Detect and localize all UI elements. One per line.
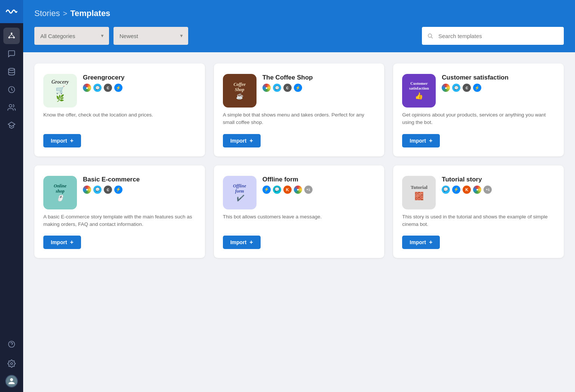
svg-point-1 (8, 37, 10, 38)
channel-icon-c: c (104, 84, 112, 92)
card-desc-coffeeshop: A simple bot that shows menu and takes o… (223, 111, 376, 127)
plus-icon: + (429, 137, 432, 144)
channel-icon-chat: 💬 (273, 84, 281, 92)
import-button-basicecommerce[interactable]: Import + (43, 236, 81, 249)
channel-icon-c: c (463, 84, 471, 92)
channel-icon-plus: +1 (304, 186, 313, 194)
thumbnail-greengrocery: Grocery 🛒 🌿 (43, 74, 77, 108)
import-label: Import (230, 239, 247, 245)
thumbnail-customersatisfaction: Customer satisfaction 👍 (402, 74, 436, 108)
svg-point-8 (9, 105, 12, 107)
import-button-offlineform[interactable]: Import + (223, 236, 261, 249)
card-title-coffeeshop: The Coffee Shop (262, 74, 376, 81)
template-card-tutorialstory: Tutorial 🧱 Tutorial story 💬 ⚡ K ● +1 (393, 165, 564, 258)
card-desc-tutorialstory: This story is used in the tutorial and s… (402, 213, 555, 228)
search-icon (427, 33, 433, 39)
svg-point-12 (10, 363, 13, 365)
template-card-offlineform: Offline form ✔️ Offline form ⚡ 💬 K ● +1 (214, 165, 385, 258)
template-card-greengrocery: Grocery 🛒 🌿 Greengrocery ● 💬 c ⚡ (34, 63, 205, 156)
breadcrumb-separator: > (63, 9, 67, 18)
logo[interactable] (0, 0, 23, 23)
channel-icon-multicolor: ● (83, 84, 91, 92)
channel-icon-c: c (104, 186, 112, 194)
card-info-greengrocery: Greengrocery ● 💬 c ⚡ (83, 74, 196, 93)
channel-icon-teal: 💬 (273, 186, 281, 194)
filters-bar: All Categories E-commerce Customer Servi… (23, 27, 575, 52)
card-top: Grocery 🛒 🌿 Greengrocery ● 💬 c ⚡ (43, 74, 196, 108)
channel-icon-chat: 💬 (93, 186, 102, 194)
card-top: Online shop 🖱️ Basic E-commerce ● 💬 c ⚡ (43, 176, 196, 209)
channel-icon-multicolor: ● (473, 186, 481, 194)
import-button-tutorialstory[interactable]: Import + (402, 236, 440, 249)
card-desc-offlineform: This bot allows customers leave a messag… (223, 213, 376, 228)
card-title-offlineform: Offline form (262, 176, 376, 183)
sidebar-item-clock[interactable] (3, 81, 20, 98)
breadcrumb-stories: Stories (34, 9, 60, 18)
channel-icon-messenger: ⚡ (452, 186, 460, 194)
breadcrumb-current: Templates (70, 9, 110, 18)
thumbnail-basicecommerce: Online shop 🖱️ (43, 176, 77, 209)
svg-point-10 (9, 341, 15, 348)
card-channels-offlineform: ⚡ 💬 K ● +1 (262, 186, 376, 194)
channel-icon-chat: 💬 (93, 84, 102, 92)
channel-icon-orange: K (463, 186, 471, 194)
channel-icon-multicolor: ● (442, 84, 450, 92)
svg-point-2 (13, 37, 15, 38)
search-input[interactable] (422, 27, 564, 45)
svg-marker-9 (8, 122, 15, 127)
card-top: Customer satisfaction 👍 Customer satisfa… (402, 74, 555, 108)
channel-icon-multicolor: ● (83, 186, 91, 194)
channel-icon-messenger: ⚡ (114, 186, 122, 194)
import-button-greengrocery[interactable]: Import + (43, 134, 81, 147)
templates-content: Grocery 🛒 🌿 Greengrocery ● 💬 c ⚡ (23, 52, 575, 392)
channel-icon-messenger: ⚡ (262, 186, 271, 194)
svg-line-3 (9, 34, 12, 37)
plus-icon: + (249, 239, 253, 246)
card-info-basicecommerce: Basic E-commerce ● 💬 c ⚡ (83, 176, 196, 195)
channel-icon-messenger: ⚡ (294, 84, 302, 92)
import-label: Import (51, 138, 67, 144)
sidebar-nav (3, 23, 20, 336)
channel-icon-multicolor: ● (262, 84, 271, 92)
card-title-tutorialstory: Tutorial story (442, 176, 555, 183)
card-info-offlineform: Offline form ⚡ 💬 K ● +1 (262, 176, 376, 195)
plus-icon: + (429, 239, 432, 246)
channel-icon-c: c (283, 84, 292, 92)
card-top: Coffee Shop ☕ The Coffee Shop ● 💬 c ⚡ (223, 74, 376, 108)
card-channels-tutorialstory: 💬 ⚡ K ● +1 (442, 186, 555, 194)
card-info-customersatisfaction: Customer satisfaction ● 💬 c ⚡ (442, 74, 555, 93)
card-title-basicecommerce: Basic E-commerce (83, 176, 196, 183)
category-filter[interactable]: All Categories E-commerce Customer Servi… (34, 27, 109, 45)
sidebar-item-users[interactable] (3, 99, 20, 116)
sidebar-item-settings[interactable] (3, 355, 20, 372)
sidebar-item-graduation[interactable] (3, 117, 20, 134)
sort-filter-wrapper: Newest Oldest Most Popular ▼ (114, 27, 188, 45)
plus-icon: + (70, 137, 74, 144)
thumbnail-offlineform: Offline form ✔️ (223, 176, 257, 209)
template-card-basicecommerce: Online shop 🖱️ Basic E-commerce ● 💬 c ⚡ (34, 165, 205, 258)
sidebar-item-network[interactable] (3, 28, 20, 44)
sidebar-bottom (3, 336, 20, 392)
card-info-tutorialstory: Tutorial story 💬 ⚡ K ● +1 (442, 176, 555, 195)
svg-line-4 (12, 34, 14, 37)
sidebar-item-help[interactable] (3, 336, 20, 352)
template-card-coffeeshop: Coffee Shop ☕ The Coffee Shop ● 💬 c ⚡ (214, 63, 385, 156)
sidebar-item-chat[interactable] (3, 46, 20, 62)
import-label: Import (230, 138, 247, 144)
plus-icon: + (249, 137, 253, 144)
card-desc-basicecommerce: A basic E-commerce story template with t… (43, 213, 196, 228)
card-channels-basicecommerce: ● 💬 c ⚡ (83, 186, 196, 194)
import-button-coffeeshop[interactable]: Import + (223, 134, 261, 147)
main-content: Stories > Templates All Categories E-com… (23, 0, 575, 392)
avatar[interactable] (5, 375, 18, 388)
card-top: Offline form ✔️ Offline form ⚡ 💬 K ● +1 (223, 176, 376, 209)
import-label: Import (410, 138, 426, 144)
sort-filter[interactable]: Newest Oldest Most Popular (114, 27, 188, 45)
card-top: Tutorial 🧱 Tutorial story 💬 ⚡ K ● +1 (402, 176, 555, 209)
channel-icon-chat: 💬 (452, 84, 460, 92)
thumbnail-coffeeshop: Coffee Shop ☕ (223, 74, 257, 108)
sidebar-item-database[interactable] (3, 63, 20, 80)
card-channels-greengrocery: ● 💬 c ⚡ (83, 84, 196, 92)
import-button-customersatisfaction[interactable]: Import + (402, 134, 440, 147)
import-label: Import (51, 239, 67, 245)
